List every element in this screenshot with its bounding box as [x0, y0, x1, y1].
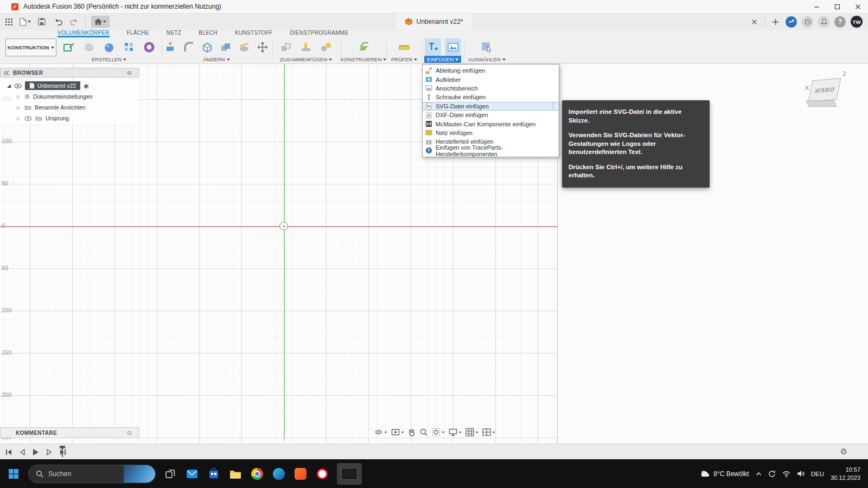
sync-icon[interactable]: [768, 470, 776, 478]
select-icon[interactable]: [478, 38, 495, 56]
look-at-icon[interactable]: [390, 427, 405, 438]
edge-icon[interactable]: [272, 467, 286, 481]
fusion-360-icon[interactable]: [293, 467, 308, 481]
timeline-step-forward-button[interactable]: [45, 448, 54, 457]
menu-item-schraube-einfuegen[interactable]: Schraube einfügen: [423, 93, 559, 101]
tree-row-benannte-ansichten[interactable]: ▷ Benannte Ansichten: [0, 102, 139, 113]
close-document-icon[interactable]: [749, 16, 760, 28]
tab-netz[interactable]: NETZ: [167, 30, 181, 37]
insert-image-icon[interactable]: [445, 38, 461, 56]
opera-icon[interactable]: [315, 467, 329, 481]
home-view-button[interactable]: [91, 16, 110, 28]
task-view-button[interactable]: [163, 467, 177, 481]
app-grid-menu-button[interactable]: [3, 16, 14, 28]
more-options-icon[interactable]: ⋮: [550, 102, 556, 110]
maximize-button[interactable]: [827, 0, 847, 14]
expand-icon[interactable]: ▷: [17, 116, 21, 121]
sphere-icon[interactable]: [101, 38, 117, 56]
network-wifi-icon[interactable]: [782, 471, 790, 477]
expand-icon[interactable]: ▷: [17, 94, 21, 99]
search-input[interactable]: Suchen: [28, 465, 156, 483]
move-icon[interactable]: [256, 38, 270, 56]
viewcube[interactable]: Z X OBEN: [805, 70, 846, 114]
display-settings-icon[interactable]: [448, 427, 463, 438]
zusammenfuegen-dropdown[interactable]: ZUSAMMENFÜGEN: [277, 56, 335, 63]
document-tab[interactable]: Unbenannt v22*: [396, 14, 471, 30]
expand-icon[interactable]: ▷: [17, 105, 21, 110]
tab-volumenkoerper[interactable]: VOLUMENKÖRPER: [58, 30, 110, 37]
tab-dienstprogramme[interactable]: DIENSTPROGRAMME: [290, 30, 349, 37]
tree-row-dokumenteinstellungen[interactable]: ▷ ⚙ Dokumenteinstellungen: [0, 91, 139, 102]
joint-icon[interactable]: [298, 38, 314, 56]
record-icon[interactable]: ◉: [84, 82, 89, 89]
einfuegen-dropdown[interactable]: EINFÜGEN: [424, 56, 461, 63]
erstellen-dropdown[interactable]: ERSTELLEN: [89, 56, 129, 63]
timeline-settings-gear-icon[interactable]: ⚙: [840, 447, 847, 457]
origin-marker[interactable]: [279, 222, 288, 230]
file-menu-button[interactable]: [20, 16, 31, 28]
fillet-icon[interactable]: [181, 38, 196, 56]
timeline-step-back-button[interactable]: [18, 448, 27, 457]
tab-kunststoff[interactable]: KUNSTSTOFF: [235, 30, 272, 37]
viewports-icon[interactable]: [481, 427, 496, 438]
menu-item-netz-einfuegen[interactable]: Netz einfügen: [423, 129, 559, 137]
fit-icon[interactable]: [431, 427, 446, 438]
tree-row-root[interactable]: ◢ Unbenannt v22 ◉: [0, 80, 139, 91]
menu-item-mcmaster-carr[interactable]: McMaster-Carr Komponente einfügen: [423, 119, 559, 128]
clock-widget[interactable]: 10:57 30.12.2023: [831, 466, 860, 481]
form-icon[interactable]: [81, 38, 97, 56]
insert-derive-icon[interactable]: [425, 38, 441, 56]
menu-item-traceparts[interactable]: Einfügen von TraceParts-Herstellerkompon…: [423, 146, 559, 155]
undo-button[interactable]: [53, 16, 63, 28]
job-status-button[interactable]: [786, 16, 797, 28]
orbit-icon[interactable]: [373, 427, 388, 438]
tab-flaeche[interactable]: FLÄCHE: [127, 30, 149, 37]
start-button[interactable]: [7, 467, 21, 481]
comments-panel[interactable]: KOMMENTARE ⊙: [0, 427, 139, 438]
minimize-button[interactable]: [806, 0, 827, 14]
bell-icon[interactable]: [818, 16, 829, 28]
create-form-icon[interactable]: [141, 38, 157, 56]
mail-icon[interactable]: [185, 467, 199, 481]
menu-item-ableitung-einfuegen[interactable]: Ableitung einfügen: [423, 66, 559, 75]
construction-plane-icon[interactable]: [355, 38, 372, 56]
active-window-button[interactable]: [337, 463, 362, 485]
hidden-icons-chevron-icon[interactable]: [756, 472, 762, 476]
browser-collapse-icon[interactable]: ⊖: [127, 69, 132, 76]
zoom-icon[interactable]: [418, 427, 429, 438]
menu-item-ansichtsbereich[interactable]: Ansichtsbereich: [423, 84, 559, 93]
visibility-eye-icon[interactable]: [14, 84, 22, 88]
timeline-skip-end-button[interactable]: [59, 448, 67, 457]
pruefen-dropdown[interactable]: PRÜFEN: [388, 56, 420, 63]
volume-icon[interactable]: [797, 470, 805, 477]
konstruktion-dropdown[interactable]: KONSTRUKTION: [5, 38, 56, 56]
grid-settings-icon[interactable]: [464, 427, 480, 438]
tree-row-ursprung[interactable]: ▷ Ursprung: [0, 113, 139, 124]
save-button[interactable]: [36, 16, 47, 28]
avatar[interactable]: TW: [851, 16, 863, 28]
create-sketch-icon[interactable]: [61, 38, 77, 56]
new-component-icon[interactable]: [278, 38, 294, 56]
close-button[interactable]: [847, 0, 868, 14]
visibility-eye-icon[interactable]: [24, 116, 32, 121]
combine-icon[interactable]: [219, 38, 233, 56]
keyboard-language[interactable]: DEU: [811, 471, 824, 477]
konstruieren-dropdown[interactable]: KONSTRUIEREN: [338, 56, 389, 63]
menu-item-dxf-datei-einfuegen[interactable]: DXF-Datei einfügen: [423, 111, 559, 119]
timeline-marker-handle[interactable]: [62, 446, 63, 457]
file-explorer-icon[interactable]: [228, 467, 242, 481]
active-component[interactable]: Unbenannt v22: [25, 81, 80, 90]
menu-item-aufkleber[interactable]: Aufkleber: [423, 75, 559, 84]
measure-icon[interactable]: [396, 38, 412, 56]
pattern-icon[interactable]: [121, 38, 137, 56]
auswaehlen-dropdown[interactable]: AUSWÄHLEN: [465, 56, 508, 63]
help-button[interactable]: ?: [834, 16, 846, 28]
menu-item-svg-datei-einfuegen[interactable]: SVG-Datei einfügen ⋮: [423, 102, 559, 111]
new-document-button[interactable]: [770, 16, 781, 28]
tab-blech[interactable]: BLECH: [199, 30, 218, 37]
viewcube-front-face[interactable]: [806, 100, 837, 107]
shell-icon[interactable]: [200, 38, 214, 56]
timeline-play-button[interactable]: [31, 448, 40, 457]
aendern-dropdown[interactable]: ÄNDERN: [200, 56, 232, 63]
comments-expand-icon[interactable]: ⊙: [127, 429, 132, 436]
